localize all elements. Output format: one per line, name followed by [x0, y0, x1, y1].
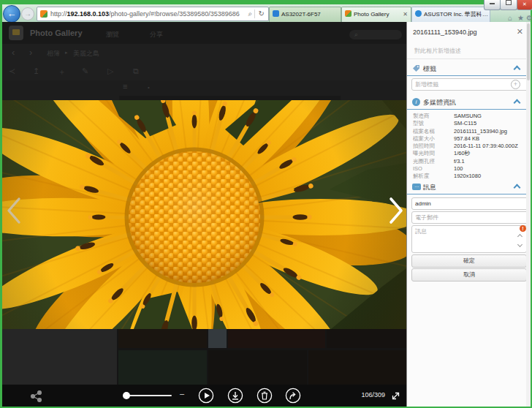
- thumbnail-tile: [2, 329, 117, 385]
- info-label: 拍照時間: [413, 143, 435, 150]
- thumbnail-tile: [327, 329, 406, 348]
- sort-dot-icon: •: [148, 84, 150, 91]
- message-label: 訊息: [423, 183, 436, 192]
- info-row: 拍照時間 2016-11-11 07:39:40.000Z: [407, 143, 526, 150]
- thumbnail-tile: [208, 350, 307, 385]
- viewer-share-icon[interactable]: [30, 390, 43, 402]
- breadcrumb-item-albums[interactable]: 相簿: [47, 49, 60, 58]
- gallery-header: Photo Gallery 瀏覽 分享 ⌕: [2, 22, 406, 44]
- adm-favicon-icon: [273, 10, 279, 17]
- thumbnail-tile: [118, 350, 207, 385]
- list-view-icon[interactable]: ≡: [123, 82, 127, 91]
- url-text: http://192.168.0.103/photo-gallery/#!bro…: [50, 7, 242, 20]
- zoom-out-icon[interactable]: –: [180, 389, 184, 398]
- cancel-button[interactable]: 取消: [411, 268, 527, 282]
- collapse-chevron-icon[interactable]: [514, 66, 521, 73]
- tools-gear-icon[interactable]: ⚙: [526, 14, 532, 22]
- message-textarea[interactable]: [411, 225, 527, 253]
- gallery-subtoolbar: ≡ •: [2, 80, 406, 100]
- tags-section-header[interactable]: 標籤: [407, 61, 526, 76]
- tab-as3202t[interactable]: AS3202T-6F57: [269, 7, 341, 22]
- info-row: 曝光時間 1/60秒: [407, 150, 526, 157]
- collapse-chevron-icon[interactable]: [514, 99, 521, 107]
- gallery-search-box[interactable]: ⌕: [349, 30, 402, 39]
- minimize-icon: [490, 3, 495, 4]
- info-label: 檔案名稱: [413, 128, 435, 135]
- name-field[interactable]: [411, 197, 528, 210]
- breadcrumb: ‹ › 相簿 ▸ 美麗之島: [2, 44, 406, 62]
- refresh-icon[interactable]: ↻: [259, 7, 265, 20]
- tab-asustor[interactable]: ASUSTOR Inc. 華芸科技 -...: [411, 7, 490, 22]
- info-value: 20161111_153940.jpg: [454, 128, 507, 135]
- upload-icon[interactable]: ↥: [33, 67, 39, 76]
- media-info-section-header[interactable]: i 多媒體資訊: [407, 95, 526, 110]
- download-button[interactable]: [227, 388, 243, 404]
- photo-gallery-favicon-icon: [345, 10, 352, 17]
- divider: [407, 58, 526, 59]
- sidebar-scrollbar: [526, 22, 531, 407]
- ok-button[interactable]: 確定: [411, 254, 527, 268]
- thumbnail-tile: [118, 329, 207, 348]
- tab-photo-gallery[interactable]: Photo Gallery ✕: [341, 7, 411, 22]
- search-icon: ⌕: [354, 31, 358, 39]
- info-label: 曝光時間: [413, 150, 435, 157]
- close-window-button[interactable]: ✕: [517, 0, 532, 10]
- thumbnail-grid: [2, 329, 406, 385]
- nav-browse[interactable]: 瀏覽: [106, 30, 119, 39]
- slideshow-icon[interactable]: ▷: [107, 67, 113, 76]
- address-bar[interactable]: http://192.168.0.103/photo-gallery/#!bro…: [37, 7, 269, 21]
- info-label: 檔案大小: [413, 135, 435, 143]
- nav-share[interactable]: 分享: [150, 30, 163, 39]
- play-slideshow-button[interactable]: [198, 388, 214, 404]
- info-row: 光圈孔徑 f/3.1: [407, 158, 526, 165]
- email-field[interactable]: [411, 211, 528, 224]
- info-label: 光圈孔徑: [413, 158, 435, 165]
- info-value: 957.84 KB: [454, 135, 479, 142]
- add-icon[interactable]: ＋: [58, 67, 66, 78]
- photo-counter: 106/309: [361, 391, 385, 398]
- description-placeholder[interactable]: 對此相片新增描述: [414, 47, 461, 55]
- thumbnail-tile: [308, 350, 406, 385]
- close-tab-icon[interactable]: ✕: [403, 7, 408, 21]
- browser-back-button[interactable]: ←: [3, 5, 20, 23]
- add-tag-plus-icon[interactable]: +: [511, 80, 520, 89]
- browser-forward-button[interactable]: →: [21, 7, 34, 20]
- photo-filename-title: 20161111_153940.jpg: [413, 29, 512, 36]
- breadcrumb-separator-icon: ▸: [65, 50, 68, 56]
- info-row: 型號 SM-C115: [407, 120, 526, 127]
- favorites-star-icon[interactable]: ★: [517, 14, 524, 22]
- minimize-button[interactable]: [484, 0, 501, 10]
- sidebar-scrollbar-thumb[interactable]: [527, 23, 530, 80]
- browser-chrome: ← → http://192.168.0.103/photo-gallery/#…: [2, 4, 531, 22]
- tag-icon: [412, 64, 420, 72]
- breadcrumb-forward-icon[interactable]: ›: [29, 47, 32, 58]
- viewer-control-bar: – 106/309: [2, 385, 406, 407]
- collapse-chevron-icon[interactable]: [514, 184, 521, 192]
- close-panel-icon[interactable]: ✕: [517, 27, 523, 37]
- breadcrumb-item-album-name[interactable]: 美麗之島: [73, 49, 99, 58]
- home-icon[interactable]: ⌂: [508, 14, 512, 22]
- address-search-icon[interactable]: ⌕: [248, 7, 252, 20]
- delete-trash-button[interactable]: [256, 388, 273, 404]
- info-row: 檔案大小 957.84 KB: [407, 135, 526, 143]
- zoom-slider-knob[interactable]: [123, 392, 130, 399]
- zoom-slider-track[interactable]: [126, 395, 172, 396]
- ie-favicon-icon: [415, 10, 422, 17]
- gallery-main: Photo Gallery 瀏覽 分享 ⌕ ‹ › 相簿 ▸ 美麗之島 ≺ ↥ …: [2, 22, 406, 407]
- next-photo-button[interactable]: [387, 197, 405, 224]
- restore-icon: [506, 0, 512, 5]
- forward-share-button[interactable]: [285, 388, 301, 404]
- info-row: 檔案名稱 20161111_153940.jpg: [407, 128, 526, 135]
- copy-icon[interactable]: ⧉: [133, 67, 139, 76]
- address-divider: [254, 10, 255, 18]
- share-icon[interactable]: ≺: [9, 67, 15, 76]
- prev-photo-button[interactable]: [5, 197, 23, 224]
- breadcrumb-back-icon[interactable]: ‹: [12, 47, 15, 58]
- fullscreen-expand-icon[interactable]: [390, 390, 401, 401]
- restore-button[interactable]: [500, 0, 517, 10]
- message-section-header[interactable]: ⋯ 訊息: [407, 180, 526, 194]
- edit-icon[interactable]: ✎: [82, 67, 88, 76]
- info-value: f/3.1: [454, 158, 465, 165]
- info-icon: i: [412, 98, 420, 106]
- app-title: Photo Gallery: [30, 29, 83, 37]
